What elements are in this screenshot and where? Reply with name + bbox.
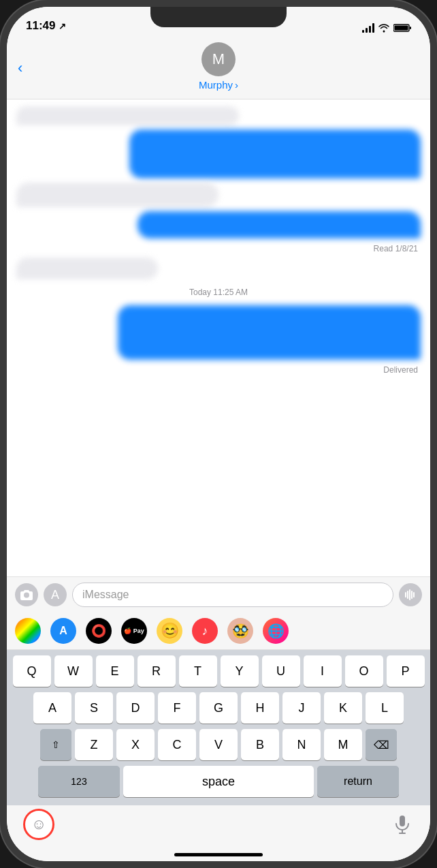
key-v[interactable]: V <box>199 729 238 760</box>
applepay-app-icon[interactable]: 🍎 Pay <box>121 618 147 644</box>
bottom-bar: ☺ <box>7 805 430 848</box>
app-drawer: A ⭕ 🍎 Pay 😊 ♪ 🥸 🌐 <box>7 613 430 650</box>
signal-bars <box>362 23 374 33</box>
received-bubble <box>16 183 218 207</box>
key-q[interactable]: Q <box>13 655 51 687</box>
message-row <box>16 305 421 360</box>
status-time: 11:49 ↗ <box>26 19 66 33</box>
key-s[interactable]: S <box>75 692 113 724</box>
notch <box>150 7 287 27</box>
key-j[interactable]: J <box>282 692 321 724</box>
keyboard: Q W E R T Y U I O P A S D F G H J K <box>7 650 430 805</box>
home-bar <box>174 853 263 856</box>
delete-key[interactable]: ⌫ <box>366 729 397 760</box>
read-receipt: Read 1/8/21 <box>16 244 421 253</box>
bar4 <box>372 23 374 33</box>
bar3 <box>369 26 371 33</box>
key-u[interactable]: U <box>262 655 300 687</box>
messages-area: Read 1/8/21 Today 11:25 AM Delivered <box>7 99 430 576</box>
bar1 <box>362 30 364 33</box>
emoji-icon: ☺ <box>31 816 46 833</box>
key-i[interactable]: I <box>304 655 342 687</box>
wifi-icon <box>378 23 389 33</box>
numbers-key[interactable]: 123 <box>38 766 120 797</box>
location-icon: ↗ <box>59 21 66 31</box>
svg-rect-4 <box>407 591 408 599</box>
message-row <box>16 183 421 207</box>
nav-header: ‹ M Murphy › <box>7 37 430 99</box>
time-label: 11:49 <box>26 19 55 33</box>
key-m[interactable]: M <box>324 729 362 760</box>
key-t[interactable]: T <box>179 655 217 687</box>
message-row <box>16 258 421 279</box>
imessage-input[interactable]: iMessage <box>72 583 393 607</box>
timestamp: Today 11:25 AM <box>16 288 421 297</box>
keyboard-row-2: A S D F G H J K L <box>10 692 427 724</box>
key-k[interactable]: K <box>324 692 362 724</box>
key-n[interactable]: N <box>282 729 321 760</box>
key-x[interactable]: X <box>116 729 155 760</box>
received-bubble <box>16 106 239 125</box>
svg-rect-6 <box>411 591 412 599</box>
appstore-app-icon[interactable]: A <box>50 618 76 644</box>
svg-rect-8 <box>400 816 405 826</box>
message-row <box>16 211 421 238</box>
received-bubble <box>16 258 158 279</box>
key-b[interactable]: B <box>241 729 279 760</box>
delivered-receipt: Delivered <box>16 365 421 375</box>
svg-rect-5 <box>409 589 410 600</box>
sent-bubble <box>118 305 421 360</box>
music-app-icon[interactable]: ♪ <box>192 618 218 644</box>
input-placeholder: iMessage <box>82 589 129 601</box>
svg-rect-7 <box>413 592 415 598</box>
key-w[interactable]: W <box>54 655 93 687</box>
svg-rect-1 <box>410 27 411 29</box>
globe-app-icon[interactable]: 🌐 <box>263 618 289 644</box>
key-o[interactable]: O <box>345 655 383 687</box>
key-f[interactable]: F <box>158 692 196 724</box>
phone-frame: 11:49 ↗ <box>0 0 437 868</box>
message-row <box>16 129 421 179</box>
return-key[interactable]: return <box>317 766 399 797</box>
key-y[interactable]: Y <box>221 655 259 687</box>
keyboard-row-4: 123 space return <box>10 766 427 797</box>
phone-screen: 11:49 ↗ <box>7 7 430 861</box>
key-h[interactable]: H <box>241 692 279 724</box>
emoji-button[interactable]: ☺ <box>23 809 54 840</box>
svg-rect-2 <box>395 26 408 31</box>
key-z[interactable]: Z <box>75 729 113 760</box>
shift-key[interactable]: ⇧ <box>40 729 71 760</box>
svg-rect-3 <box>405 592 406 598</box>
key-l[interactable]: L <box>366 692 404 724</box>
chevron-icon: › <box>235 79 238 91</box>
back-button[interactable]: ‹ <box>18 59 22 77</box>
memoji-app-icon[interactable]: 😊 <box>157 618 182 644</box>
photos-app-icon[interactable] <box>15 618 41 644</box>
contact-initial: M <box>212 50 225 68</box>
space-key[interactable]: space <box>123 766 314 797</box>
battery-icon <box>393 23 411 33</box>
key-r[interactable]: R <box>137 655 176 687</box>
input-toolbar: A iMessage <box>7 576 430 613</box>
sent-bubble <box>137 211 421 238</box>
bar2 <box>366 28 368 33</box>
camera-button[interactable] <box>15 583 38 606</box>
key-g[interactable]: G <box>199 692 238 724</box>
message-row <box>16 106 421 125</box>
key-c[interactable]: C <box>158 729 196 760</box>
home-indicator <box>7 848 430 861</box>
appstore-button[interactable]: A <box>44 583 67 606</box>
key-e[interactable]: E <box>96 655 134 687</box>
contact-avatar[interactable]: M <box>201 42 236 76</box>
status-icons <box>362 23 411 33</box>
key-p[interactable]: P <box>387 655 425 687</box>
key-a[interactable]: A <box>33 692 71 724</box>
key-d[interactable]: D <box>116 692 155 724</box>
keyboard-row-1: Q W E R T Y U I O P <box>10 655 427 687</box>
contact-name-row[interactable]: Murphy › <box>199 79 238 91</box>
animoji-app-icon[interactable]: 🥸 <box>227 618 253 644</box>
sent-bubble <box>129 129 421 179</box>
mic-button[interactable] <box>391 813 414 836</box>
audio-button[interactable] <box>399 583 422 606</box>
fitness-app-icon[interactable]: ⭕ <box>86 618 112 644</box>
